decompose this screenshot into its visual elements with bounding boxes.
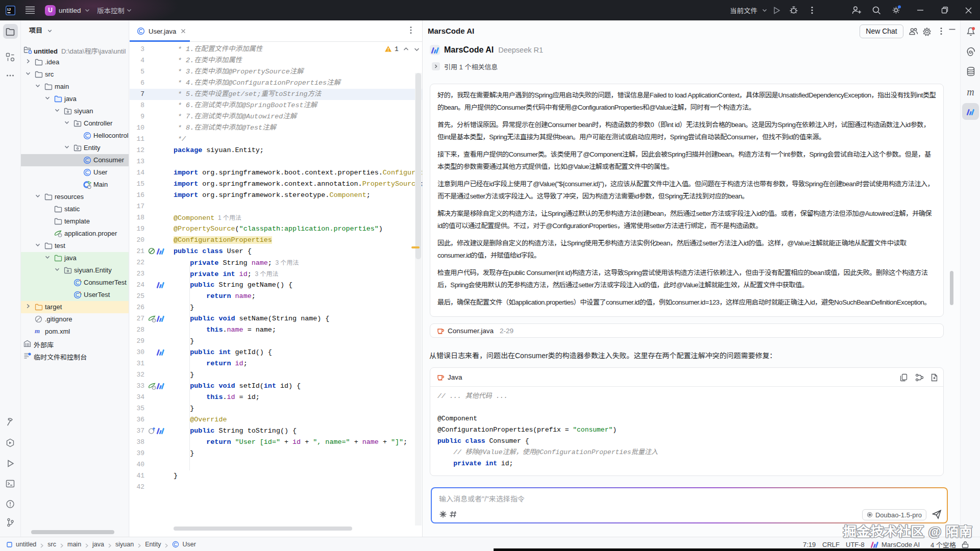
svg-text:m: m bbox=[35, 328, 40, 335]
svg-text:IJ: IJ bbox=[7, 7, 11, 12]
